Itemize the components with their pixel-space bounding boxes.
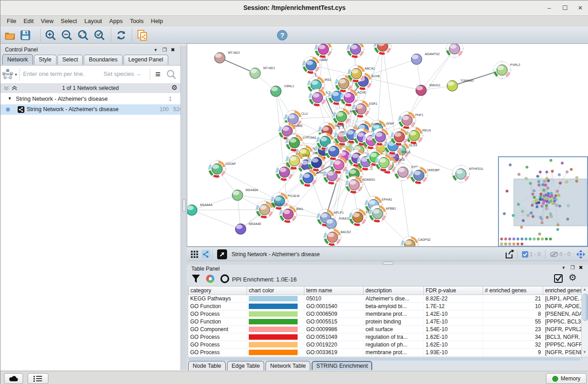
network-node-aph1a[interactable]: APH1A: [299, 169, 327, 187]
splitter-grip[interactable]: [182, 199, 186, 212]
panel-menu-icon[interactable]: ▾: [152, 47, 159, 53]
zoom-fit-icon[interactable]: [76, 28, 90, 42]
network-node-apbb1[interactable]: APBB1: [368, 204, 396, 223]
string-query-placeholder[interactable]: Enter one term per line.: [23, 70, 85, 77]
minimize-button[interactable]: –: [545, 5, 553, 12]
menu-item-tools[interactable]: Tools: [126, 16, 147, 26]
table-splitter-grip[interactable]: [383, 262, 394, 265]
enrichment-table[interactable]: categorychart colorterm namedescriptionF…: [188, 286, 582, 357]
network-node-smug1[interactable]: SMUG1: [416, 84, 441, 96]
network-node-ms4a4a[interactable]: MS4A4A: [187, 203, 213, 215]
enrichment-row[interactable]: GO FunctionGO:0001540beta-amyloid bi...1…: [189, 303, 583, 310]
enrichment-row[interactable]: GO ProcessGO:0033619membrane prot...1.93…: [189, 349, 583, 356]
enrichment-row[interactable]: KEGG Pathways05010Alzheimer's dise...8.8…: [189, 295, 583, 303]
chart-settings-icon[interactable]: [206, 274, 215, 283]
selected-checkbox-icon[interactable]: [522, 251, 528, 258]
enrichment-row[interactable]: GO ProcessGO:0006509membrane prot...1.42…: [189, 310, 583, 318]
species-selector[interactable]: Set species →: [104, 70, 142, 77]
tab-edge-table[interactable]: Edge Table: [227, 361, 264, 370]
network-row-selected[interactable]: String Network - Alzheimer's disease 100…: [0, 104, 180, 115]
menu-item-view[interactable]: View: [37, 16, 57, 26]
filter-icon[interactable]: [191, 274, 200, 283]
share-view-icon[interactable]: [201, 250, 210, 259]
menu-item-select[interactable]: Select: [57, 16, 81, 26]
tab-node-table[interactable]: Node Table: [188, 361, 226, 370]
ring-chart-icon[interactable]: [220, 274, 229, 283]
network-node-ms4a4e[interactable]: MS4A4E: [235, 222, 261, 234]
network-node-adamts2[interactable]: ADAMTS2: [411, 52, 440, 65]
hidden-eye-icon[interactable]: [550, 251, 558, 258]
network-node[interactable]: [445, 44, 464, 58]
select-all-checkbox-icon[interactable]: [554, 274, 563, 283]
column-header-chart-color[interactable]: chart color: [247, 286, 304, 295]
tab-boundaries[interactable]: Boundaries: [84, 55, 122, 65]
close-button[interactable]: ✕: [577, 5, 584, 12]
tab-style[interactable]: Style: [34, 55, 57, 65]
panel-close-icon[interactable]: ✖: [170, 47, 176, 53]
copy-network-icon[interactable]: [136, 28, 150, 42]
panel-menu-icon[interactable]: ▾: [560, 265, 567, 271]
open-session-icon[interactable]: [3, 28, 17, 42]
tab-string-enrichment[interactable]: STRING Enrichment: [312, 361, 372, 370]
network-node-mt-nd1[interactable]: MT-ND1: [250, 66, 275, 79]
maximize-button[interactable]: ☐: [561, 5, 569, 12]
network-node[interactable]: [314, 44, 333, 59]
fullscreen-view-icon[interactable]: [217, 249, 227, 259]
column-header-category[interactable]: category: [189, 286, 247, 295]
export-network-icon[interactable]: [504, 249, 515, 260]
zoom-out-icon[interactable]: [60, 28, 74, 42]
menu-item-apps[interactable]: Apps: [106, 16, 127, 26]
zoom-in-icon[interactable]: [44, 28, 57, 42]
network-node[interactable]: [346, 44, 365, 59]
column-header-term-name[interactable]: term name: [304, 286, 364, 295]
column-header--enriched-genes[interactable]: # enriched genes: [483, 286, 543, 295]
network-node-pvrl2[interactable]: PVRL2: [493, 61, 520, 80]
help-icon[interactable]: ?: [275, 28, 289, 42]
network-node-vsnl1[interactable]: VSNL1: [270, 84, 294, 97]
column-header-fdr-p-value[interactable]: FDR p-value: [424, 286, 483, 295]
network-node-mthfd1l[interactable]: MTHFD1L: [451, 164, 484, 183]
menu-item-help[interactable]: Help: [147, 16, 167, 26]
grid-view-icon[interactable]: [190, 250, 199, 258]
panel-close-icon[interactable]: ✖: [578, 265, 584, 271]
gear-icon[interactable]: ⚙: [171, 84, 177, 92]
panel-float-icon[interactable]: ❐: [161, 47, 168, 53]
network-node-cd2ap[interactable]: CD2AP: [208, 159, 236, 178]
scroll-up-icon[interactable]: ▲: [582, 287, 587, 292]
save-session-icon[interactable]: [19, 28, 32, 42]
vertical-scrollbar[interactable]: ▲ ▼: [581, 286, 588, 357]
task-list-button[interactable]: [28, 373, 48, 384]
string-logo[interactable]: STRING ▾: [1, 68, 20, 81]
column-header-enriched-genes[interactable]: enriched genes: [543, 286, 583, 295]
enrichment-row[interactable]: GO ProcessGO:0051049regulation of tra...…: [189, 333, 583, 341]
tab-select[interactable]: Select: [57, 55, 83, 65]
column-header-description[interactable]: description: [364, 286, 424, 295]
network-node-adam10[interactable]: ADAM10: [345, 175, 375, 194]
enrichment-row[interactable]: GO FunctionGO:0005515protein binding1.47…: [189, 318, 583, 326]
pan-navigation-icon[interactable]: [576, 249, 586, 259]
tree-expander-icon[interactable]: ▼: [8, 96, 12, 101]
refresh-network-icon[interactable]: [114, 28, 128, 42]
memory-button[interactable]: Memory: [546, 373, 587, 384]
cloud-tasks-button[interactable]: [4, 373, 23, 384]
menu-item-file[interactable]: File: [3, 16, 20, 26]
network-node-cadps2[interactable]: CADPS2: [400, 235, 431, 246]
zoom-selected-icon[interactable]: [93, 28, 106, 42]
network-node-tomm40[interactable]: TOMM40: [447, 79, 474, 91]
enrichment-row[interactable]: GO ComponentGO:0009986cell surface1.54E-…: [189, 326, 583, 333]
network-node-phf1[interactable]: PHF1: [398, 111, 423, 130]
network-node[interactable]: [373, 44, 392, 56]
options-menu-icon[interactable]: ≡: [150, 68, 166, 80]
panel-float-icon[interactable]: ❐: [569, 265, 576, 271]
tab-network-table[interactable]: Network Table: [266, 361, 310, 370]
network-collection-row[interactable]: ▼ String Network - Alzheimer's disease 1: [0, 94, 180, 104]
string-search-icon[interactable]: [166, 69, 177, 82]
network-node-esr1[interactable]: ESR1: [351, 99, 377, 118]
menu-item-layout[interactable]: Layout: [81, 16, 105, 26]
network-node-tardbp[interactable]: TARDBP: [409, 166, 440, 185]
enrichment-row[interactable]: GO ProcessGO:0019220regulation of ph...1…: [189, 341, 583, 349]
network-node-reln[interactable]: RELN: [405, 126, 431, 145]
scroll-down-icon[interactable]: ▼: [582, 350, 587, 355]
gear-icon[interactable]: ⚙: [569, 272, 577, 283]
network-node-ms4a6a[interactable]: MS4A6A: [232, 188, 258, 201]
